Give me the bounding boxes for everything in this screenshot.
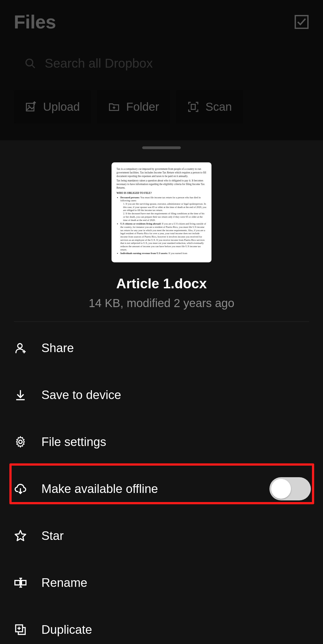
gear-icon [14,436,27,448]
star-row[interactable]: Star [0,512,323,559]
duplicate-icon [14,623,27,636]
share-person-icon [14,342,27,354]
upload-label: Upload [43,100,80,114]
offline-label: Make available offline [41,482,158,496]
share-label: Share [41,341,74,355]
svg-rect-0 [295,15,308,28]
folder-add-icon [108,101,120,113]
search-placeholder: Search all Dropbox [45,56,153,71]
duplicate-label: Duplicate [41,623,92,637]
toggle-knob [271,479,291,499]
page-title: Files [14,11,56,33]
file-thumbnail[interactable]: Tax is a compulsory cut imposed by gover… [112,162,211,262]
upload-button[interactable]: Upload [14,90,91,123]
file-action-sheet: Tax is a compulsory cut imposed by gover… [0,140,323,644]
star-label: Star [41,529,64,543]
save-to-device-row[interactable]: Save to device [0,371,323,418]
sheet-grabber[interactable] [142,146,181,149]
svg-point-13 [19,440,22,444]
search-icon [24,57,36,69]
star-icon [14,529,27,542]
duplicate-row[interactable]: Duplicate [0,606,323,644]
file-name: Article 1.docx [116,276,207,292]
cloud-download-icon [14,482,27,495]
rename-icon [14,576,27,589]
select-mode-button[interactable] [294,14,309,30]
search-input[interactable]: Search all Dropbox [14,48,309,79]
scan-icon [187,101,199,113]
scan-label: Scan [205,100,232,114]
file-meta: 14 KB, modified 2 years ago [89,297,234,310]
checkbox-icon [294,14,309,30]
share-row[interactable]: Share [0,324,323,371]
svg-rect-16 [22,580,26,585]
save-to-device-label: Save to device [41,388,121,402]
download-icon [14,389,27,401]
upload-image-icon [25,101,37,113]
svg-line-2 [32,65,35,68]
folder-label: Folder [126,100,159,114]
scan-button[interactable]: Scan [176,90,243,123]
svg-rect-15 [15,580,20,585]
file-settings-label: File settings [41,435,106,449]
offline-row[interactable]: Make available offline [0,465,323,512]
file-settings-row[interactable]: File settings [0,418,323,465]
rename-label: Rename [41,576,87,590]
svg-point-4 [28,105,30,107]
svg-rect-7 [191,104,195,109]
folder-button[interactable]: Folder [97,90,170,123]
offline-toggle[interactable] [269,477,311,500]
rename-row[interactable]: Rename [0,559,323,606]
svg-point-8 [18,344,22,348]
divider [14,321,309,322]
